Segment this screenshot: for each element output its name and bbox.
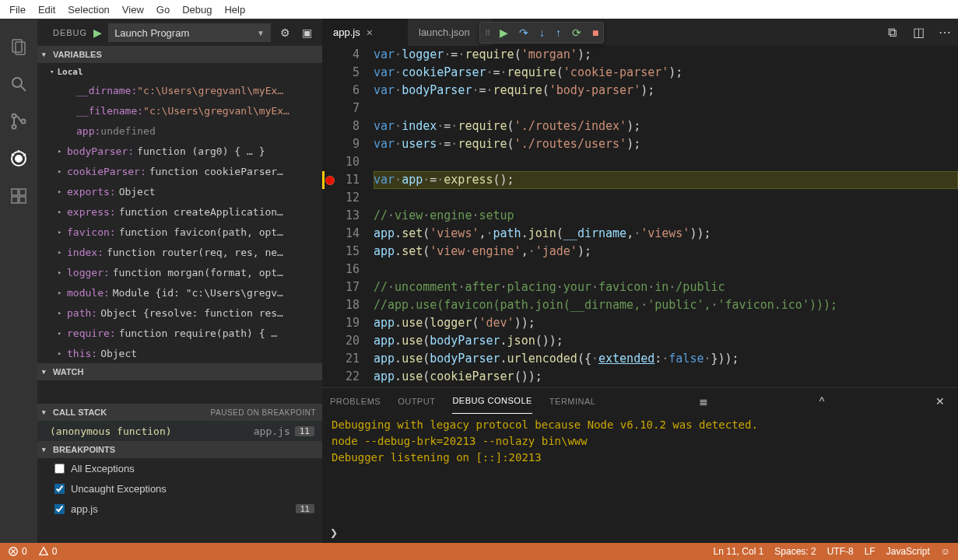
- status-feedback-icon[interactable]: ☺: [941, 546, 950, 557]
- variable-row[interactable]: __filename: "c:\Users\gregvanl\myEx…: [37, 100, 322, 121]
- code-line[interactable]: [374, 189, 958, 207]
- line-number[interactable]: 14: [322, 225, 360, 243]
- continue-icon[interactable]: ▶: [500, 26, 508, 39]
- code-line[interactable]: var·index·=·require('./routes/index');: [374, 117, 958, 135]
- line-number[interactable]: 13: [322, 207, 360, 225]
- code-line[interactable]: //·uncomment·after·placing·your·favicon·…: [374, 278, 958, 296]
- variable-row[interactable]: ▸module: Module {id: "c:\Users\gregv…: [37, 282, 322, 303]
- variable-row[interactable]: ▸cookieParser: function cookieParser…: [37, 161, 322, 181]
- code-line[interactable]: [374, 100, 958, 117]
- line-number[interactable]: 12: [322, 189, 360, 207]
- line-number[interactable]: 20: [322, 332, 360, 350]
- watch-header[interactable]: ▾WATCH: [37, 363, 322, 380]
- line-number[interactable]: 8: [322, 117, 360, 135]
- explorer-icon[interactable]: [0, 28, 37, 65]
- code-line[interactable]: app.use(logger('dev'));: [374, 314, 958, 332]
- callstack-header[interactable]: ▾CALL STACKPAUSED ON BREAKPOINT: [37, 404, 322, 421]
- tab-app.js[interactable]: app.js×: [322, 19, 408, 46]
- breakpoint-checkbox[interactable]: [54, 464, 65, 474]
- menu-view[interactable]: View: [116, 2, 150, 17]
- status-errors[interactable]: 0: [8, 546, 27, 557]
- variable-row[interactable]: app: undefined: [37, 121, 322, 141]
- line-number[interactable]: 5: [322, 64, 360, 82]
- line-number[interactable]: 4: [322, 46, 360, 64]
- step-over-icon[interactable]: ↷: [519, 26, 528, 39]
- breakpoint-row[interactable]: All Exceptions: [37, 458, 322, 478]
- code-line[interactable]: var·cookieParser·=·require('cookie-parse…: [374, 64, 958, 82]
- line-number[interactable]: 6: [322, 82, 360, 100]
- debug-icon[interactable]: [0, 140, 37, 177]
- debug-console-icon[interactable]: ▣: [299, 26, 314, 39]
- status-spaces[interactable]: Spaces: 2: [774, 546, 816, 557]
- code-line[interactable]: //·view·engine·setup: [374, 207, 958, 225]
- panel-input[interactable]: ❯: [322, 523, 958, 543]
- line-number[interactable]: 21: [322, 350, 360, 368]
- code-line[interactable]: var·app·=·express();: [374, 171, 958, 189]
- variable-row[interactable]: ▸path: Object {resolve: function res…: [37, 303, 322, 323]
- code-line[interactable]: app.set('views',·path.join(__dirname,·'v…: [374, 225, 958, 243]
- variables-header[interactable]: ▾VARIABLES: [37, 46, 322, 63]
- scm-icon[interactable]: [0, 103, 37, 140]
- code-line[interactable]: [374, 153, 958, 171]
- clear-console-icon[interactable]: ≣: [693, 395, 714, 408]
- line-number[interactable]: 10: [322, 153, 360, 171]
- grip-icon[interactable]: ⠿: [485, 29, 489, 37]
- panel-tab-output[interactable]: OUTPUT: [398, 388, 435, 414]
- menu-edit[interactable]: Edit: [32, 2, 61, 17]
- code-line[interactable]: app.use(bodyParser.json());: [374, 332, 958, 350]
- code-line[interactable]: var·users·=·require('./routes/users');: [374, 135, 958, 153]
- code-line[interactable]: app.use(cookieParser());: [374, 368, 958, 386]
- status-warnings[interactable]: 0: [38, 546, 58, 557]
- line-number[interactable]: 22: [322, 368, 360, 386]
- line-number[interactable]: 19: [322, 314, 360, 332]
- code-line[interactable]: app.use(bodyParser.urlencoded({·extended…: [374, 350, 958, 368]
- code-line[interactable]: app.set('view·engine',·'jade');: [374, 243, 958, 261]
- debug-toolbar[interactable]: ⠿ ▶ ↷ ↓ ↑ ⟳ ■: [479, 22, 604, 44]
- line-number[interactable]: 7: [322, 100, 360, 117]
- panel-close-icon[interactable]: ✕: [930, 395, 950, 408]
- breakpoint-checkbox[interactable]: [54, 504, 65, 514]
- variable-row[interactable]: ▸this: Object: [37, 343, 322, 363]
- line-number[interactable]: 9: [322, 135, 360, 153]
- code-line[interactable]: //app.use(favicon(path.join(__dirname,·'…: [374, 296, 958, 314]
- step-out-icon[interactable]: ↑: [556, 26, 561, 39]
- panel-tab-problems[interactable]: PROBLEMS: [330, 388, 381, 414]
- status-encoding[interactable]: UTF-8: [827, 546, 854, 557]
- launch-config-select[interactable]: Launch Program ▼: [108, 23, 271, 42]
- status-eol[interactable]: LF: [865, 546, 876, 557]
- restart-icon[interactable]: ⟳: [572, 26, 581, 39]
- close-icon[interactable]: ×: [367, 26, 373, 39]
- step-into-icon[interactable]: ↓: [539, 26, 545, 39]
- line-number[interactable]: 11: [322, 171, 360, 189]
- variable-row[interactable]: ▸logger: function morgan(format, opt…: [37, 262, 322, 282]
- stop-icon[interactable]: ■: [592, 26, 598, 39]
- status-language[interactable]: JavaScript: [886, 546, 930, 557]
- debug-console-body[interactable]: Debugging with legacy protocol because N…: [322, 414, 958, 523]
- gear-icon[interactable]: ⚙: [277, 26, 293, 39]
- local-scope-header[interactable]: ▾Local: [37, 63, 322, 80]
- panel-tab-debug-console[interactable]: DEBUG CONSOLE: [452, 388, 532, 414]
- status-cursor[interactable]: Ln 11, Col 1: [714, 546, 764, 557]
- line-number[interactable]: 18: [322, 296, 360, 314]
- breakpoint-row[interactable]: app.js11: [37, 499, 322, 519]
- variable-row[interactable]: ▸favicon: function favicon(path, opt…: [37, 222, 322, 242]
- menu-help[interactable]: Help: [218, 2, 251, 17]
- variable-row[interactable]: __dirname: "c:\Users\gregvanl\myEx…: [37, 80, 322, 100]
- split-editor-icon[interactable]: ◫: [905, 19, 932, 46]
- callstack-frame[interactable]: (anonymous function) app.js 11: [37, 421, 322, 441]
- variable-row[interactable]: ▸exports: Object: [37, 181, 322, 201]
- start-debug-icon[interactable]: ▶: [93, 26, 102, 39]
- extensions-icon[interactable]: [0, 177, 37, 215]
- breakpoints-header[interactable]: ▾BREAKPOINTS: [37, 441, 322, 458]
- code-line[interactable]: var·bodyParser·=·require('body-parser');: [374, 82, 958, 100]
- variable-row[interactable]: ▸require: function require(path) { …: [37, 323, 322, 343]
- panel-max-icon[interactable]: ^: [812, 395, 832, 408]
- compare-icon[interactable]: ⧉: [879, 19, 905, 46]
- code-editor[interactable]: 45678910111213141516171819202122 var·log…: [322, 46, 958, 387]
- code-line[interactable]: [374, 261, 958, 278]
- menu-selection[interactable]: Selection: [61, 2, 115, 17]
- code-line[interactable]: var·logger·=·require('morgan');: [374, 46, 958, 64]
- breakpoint-row[interactable]: Uncaught Exceptions: [37, 478, 322, 499]
- menu-debug[interactable]: Debug: [176, 2, 218, 17]
- more-icon[interactable]: ⋯: [932, 19, 958, 46]
